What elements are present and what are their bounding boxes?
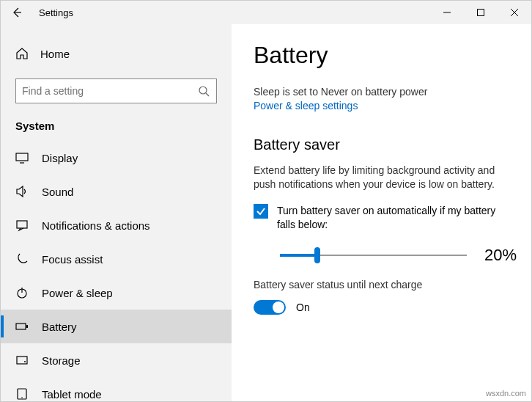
slider-fill xyxy=(280,254,317,257)
titlebar: Settings xyxy=(1,1,531,24)
nav-battery[interactable]: Battery xyxy=(1,310,232,343)
svg-rect-7 xyxy=(17,357,27,364)
battery-saver-heading: Battery saver xyxy=(254,136,517,153)
page-title: Battery xyxy=(254,42,517,69)
arrow-left-icon xyxy=(10,6,23,19)
minimize-button[interactable] xyxy=(430,1,464,24)
svg-point-10 xyxy=(21,397,23,398)
auto-saver-checkbox[interactable] xyxy=(254,204,268,219)
display-icon xyxy=(15,151,29,164)
tablet-icon xyxy=(15,387,29,401)
sound-icon xyxy=(15,185,29,198)
category-heading: System xyxy=(15,120,232,132)
nav-label: Power & sleep xyxy=(42,287,113,299)
svg-point-1 xyxy=(199,87,207,94)
close-button[interactable] xyxy=(498,1,531,24)
notifications-icon xyxy=(15,219,29,232)
nav-label: Sound xyxy=(42,186,73,198)
svg-point-8 xyxy=(24,361,26,362)
back-button[interactable] xyxy=(1,1,33,24)
nav-display[interactable]: Display xyxy=(1,141,232,175)
minimize-icon xyxy=(440,6,454,19)
nav-label: Notifications & actions xyxy=(42,219,150,232)
search-input[interactable] xyxy=(22,85,197,97)
watermark: wsxdn.com xyxy=(486,389,526,398)
nav-list: Display Sound Notifications & actions Fo… xyxy=(1,141,232,401)
threshold-slider[interactable] xyxy=(280,248,467,263)
svg-rect-0 xyxy=(478,10,484,16)
svg-rect-6 xyxy=(26,325,28,328)
home-nav[interactable]: Home xyxy=(15,39,232,68)
threshold-value: 20% xyxy=(480,246,517,265)
battery-icon xyxy=(15,320,29,333)
maximize-button[interactable] xyxy=(464,1,498,24)
nav-storage[interactable]: Storage xyxy=(1,343,232,377)
battery-saver-description: Extend battery life by limiting backgrou… xyxy=(254,164,517,192)
saver-toggle[interactable] xyxy=(254,300,286,315)
window-title: Settings xyxy=(33,7,73,18)
search-icon xyxy=(197,84,210,98)
nav-tablet-mode[interactable]: Tablet mode xyxy=(1,377,232,401)
sleep-status-text: Sleep is set to Never on battery power xyxy=(254,85,517,100)
check-icon xyxy=(256,206,266,216)
nav-label: Tablet mode xyxy=(42,388,102,401)
svg-rect-3 xyxy=(17,221,27,228)
search-box[interactable] xyxy=(15,78,217,103)
nav-label: Battery xyxy=(42,321,77,333)
nav-power-sleep[interactable]: Power & sleep xyxy=(1,276,232,310)
close-icon xyxy=(508,6,521,19)
nav-focus-assist[interactable]: Focus assist xyxy=(1,242,232,276)
svg-rect-5 xyxy=(16,324,26,329)
svg-rect-2 xyxy=(16,153,28,161)
slider-thumb[interactable] xyxy=(314,247,320,263)
toggle-thumb xyxy=(273,302,284,313)
maximize-icon xyxy=(474,6,487,19)
auto-saver-label: Turn battery saver on automatically if m… xyxy=(277,204,517,233)
storage-icon xyxy=(15,354,29,367)
nav-label: Display xyxy=(42,152,78,164)
home-icon xyxy=(15,47,29,60)
power-icon xyxy=(15,286,29,299)
home-label: Home xyxy=(40,48,70,60)
nav-label: Storage xyxy=(42,354,81,367)
focus-assist-icon xyxy=(15,252,29,266)
nav-label: Focus assist xyxy=(42,253,103,266)
toggle-state-label: On xyxy=(296,302,310,313)
main-panel: Battery Sleep is set to Never on battery… xyxy=(232,24,531,401)
power-sleep-link[interactable]: Power & sleep settings xyxy=(254,100,517,112)
saver-status-label: Battery saver status until next charge xyxy=(254,278,517,293)
nav-notifications[interactable]: Notifications & actions xyxy=(1,208,232,242)
sidebar: Home System Display Sound Notifications … xyxy=(1,24,232,401)
nav-sound[interactable]: Sound xyxy=(1,175,232,208)
